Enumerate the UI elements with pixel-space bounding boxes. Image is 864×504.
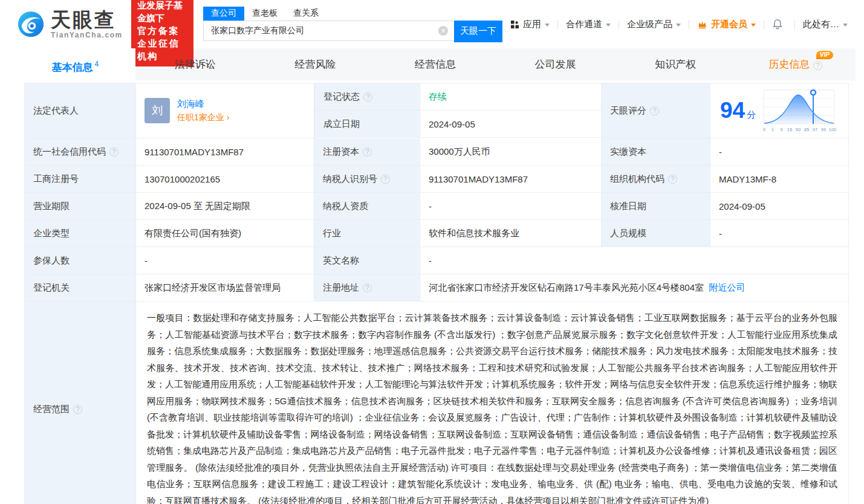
taxpayer-id-value: 91130701MADY13MF87 (420, 166, 602, 193)
business-term-value: 2024-09-05 至 无固定期限 (136, 193, 314, 220)
svg-text:15: 15 (787, 127, 792, 132)
help-icon[interactable]: ? (668, 175, 677, 184)
credit-code-value: 91130701MADY13MF87 (136, 138, 314, 166)
avatar[interactable]: 刘 (145, 98, 170, 123)
help-icon[interactable]: ? (363, 147, 372, 157)
svg-text:50: 50 (796, 127, 801, 132)
staff-size-label: 人员规模 (602, 220, 710, 247)
tab-basic-info-label: 基本信息 (51, 62, 93, 73)
section-tab-bar: 基本信息4 法律诉讼 经营风险 经营信息 公司发展 知识产权 历史信息? VIP (15, 48, 856, 80)
tab-label: 公司发展 (535, 59, 576, 70)
logo-domain: TianYanCha.com (51, 31, 123, 39)
industry-label: 行业 (314, 220, 420, 247)
table-subrow: 成立日期 2024-09-05 (314, 111, 602, 138)
score-axis-labels: 0 1 3 15 50 85 97 99 100 (763, 127, 836, 132)
registered-address-value: 河北省张家口市经济开发区钻石南路17号丰泰风光苑小区4号楼804室 附近公司 (420, 274, 849, 302)
establish-date-label: 成立日期 (314, 111, 420, 138)
tab-intellectual-property[interactable]: 知识产权 (616, 48, 736, 80)
crown-icon (697, 19, 707, 29)
legal-rep-name-link[interactable]: 刘海峰 (177, 99, 204, 109)
tab-history-info[interactable]: 历史信息? VIP (735, 48, 856, 80)
nav-more[interactable]: 此处有… (795, 19, 856, 30)
chevron-down-icon (545, 24, 550, 27)
top-nav: 应用 合作通道 企业级产品 开通会员 此处有… (502, 19, 864, 30)
insured-count-value: - (136, 247, 314, 274)
tab-basic-info[interactable]: 基本信息4 (15, 48, 135, 80)
org-code-value: MADY13MF-8 (710, 166, 849, 193)
registered-capital-label: 注册资本? (314, 138, 420, 166)
tab-business-risk[interactable]: 经营风险 (255, 48, 375, 80)
staff-size-value: - (710, 220, 849, 247)
table-row: 经营范围? 一般项目：数据处理和存储支持服务；人工智能公共数据平台；云计算装备技… (24, 302, 849, 504)
company-info-table: 法定代表人 刘 刘海峰 任职1家企业 › 登记状态? 存续 成立日期 2024-… (24, 83, 849, 504)
table-row: 企业类型 有限责任公司(国有独资) 行业 软件和信息技术服务业 人员规模 - (24, 220, 849, 247)
help-icon[interactable]: ? (363, 92, 372, 102)
table-row: 营业期限 2024-09-05 至 无固定期限 纳税人资质 - 核准日期 202… (24, 193, 849, 220)
svg-text:99: 99 (821, 127, 826, 132)
tab-business-info[interactable]: 经营信息 (375, 48, 496, 80)
industry-value: 软件和信息技术服务业 (420, 220, 602, 247)
svg-text:3: 3 (780, 127, 782, 132)
score-distribution-chart: 0 1 3 15 50 85 97 99 100 (761, 88, 838, 134)
taxpayer-qualification-value: - (420, 193, 602, 220)
search-input[interactable] (203, 21, 454, 41)
registry-authority-label: 登记机关 (24, 274, 136, 302)
bell-icon (772, 19, 783, 30)
score-unit: 分 (747, 109, 756, 121)
search-tab-boss[interactable]: 查老板 (244, 7, 285, 21)
nearby-companies-link[interactable]: 附近公司 (709, 282, 745, 294)
help-icon[interactable]: ? (363, 283, 372, 292)
nav-open-vip[interactable]: 开通会员 (689, 19, 764, 30)
score-cell: 94 分 0 1 3 15 50 (710, 83, 849, 138)
help-icon[interactable]: ? (109, 147, 119, 157)
credit-code-label: 统一社会信用代码? (24, 138, 136, 166)
paid-capital-value: - (710, 138, 849, 166)
help-icon[interactable]: ? (381, 175, 390, 184)
help-icon[interactable]: ? (73, 405, 82, 414)
logo-title: 天眼查 (51, 10, 123, 30)
tab-label: 历史信息 (768, 59, 810, 70)
registry-authority-value: 张家口经济开发区市场监督管理局 (136, 274, 314, 302)
legal-rep-label: 法定代表人 (24, 83, 136, 138)
approval-date-label: 核准日期 (602, 193, 710, 220)
insured-count-label: 参保人数 (24, 247, 136, 274)
top-header: 天眼查 TianYanCha.com 国家中小企业发展子基金旗下 官方备案企业征… (0, 0, 864, 48)
tab-label: 法律诉讼 (175, 59, 216, 70)
svg-text:0: 0 (763, 127, 765, 132)
nav-more-label: 此处有… (803, 19, 839, 30)
taxpayer-id-label: 纳税人识别号? (314, 166, 420, 193)
table-row: 统一社会信用代码? 91130701MADY13MF87 注册资本? 30000… (24, 138, 849, 166)
tianyancha-logo-icon (17, 10, 45, 38)
svg-text:85: 85 (804, 127, 809, 132)
nav-partner-channel[interactable]: 合作通道 (558, 19, 619, 30)
grid-icon (510, 20, 519, 29)
search-area: 查公司 查老板 查关系 ✕ 天眼一下 (203, 7, 502, 42)
business-scope-value: 一般项目：数据处理和存储支持服务；人工智能公共数据平台；云计算装备技术服务；云计… (136, 302, 849, 504)
search-tab-relation[interactable]: 查关系 (285, 7, 326, 21)
nav-vip-label: 开通会员 (711, 19, 747, 30)
score-value: 94 (720, 99, 745, 123)
nav-apps[interactable]: 应用 (502, 19, 557, 30)
help-icon[interactable]: ? (650, 106, 659, 115)
table-subrow: 登记状态? 存续 (314, 83, 602, 111)
tab-basic-info-count: 4 (94, 60, 99, 68)
search-button[interactable]: 天眼一下 (454, 21, 502, 42)
notification-bell[interactable] (764, 19, 794, 30)
approval-date-value: 2024-09-05 (710, 193, 849, 220)
legal-rep-cell: 刘 刘海峰 任职1家企业 › (136, 83, 314, 138)
nav-enterprise-label: 企业级产品 (627, 19, 672, 30)
svg-text:97: 97 (813, 127, 817, 132)
nav-enterprise-products[interactable]: 企业级产品 (619, 19, 689, 30)
clear-search-icon[interactable]: ✕ (438, 26, 448, 36)
legal-rep-positions-link[interactable]: 任职1家企业 › (177, 112, 229, 122)
tab-company-development[interactable]: 公司发展 (495, 48, 616, 80)
table-row: 工商注册号 130701000202165 纳税人识别号? 91130701MA… (24, 166, 849, 193)
registered-capital-value: 30000万人民币 (420, 138, 602, 166)
tab-label: 经营风险 (294, 59, 336, 70)
table-row: 登记机关 张家口经济开发区市场监督管理局 注册地址? 河北省张家口市经济开发区钻… (24, 274, 849, 302)
business-reg-no-value: 130701000202165 (136, 166, 314, 193)
tab-legal-litigation[interactable]: 法律诉讼 (135, 48, 256, 80)
help-icon[interactable]: ? (813, 61, 822, 70)
tianyancha-logo[interactable]: 天眼查 TianYanCha.com (17, 10, 123, 39)
search-tab-company[interactable]: 查公司 (203, 7, 244, 21)
